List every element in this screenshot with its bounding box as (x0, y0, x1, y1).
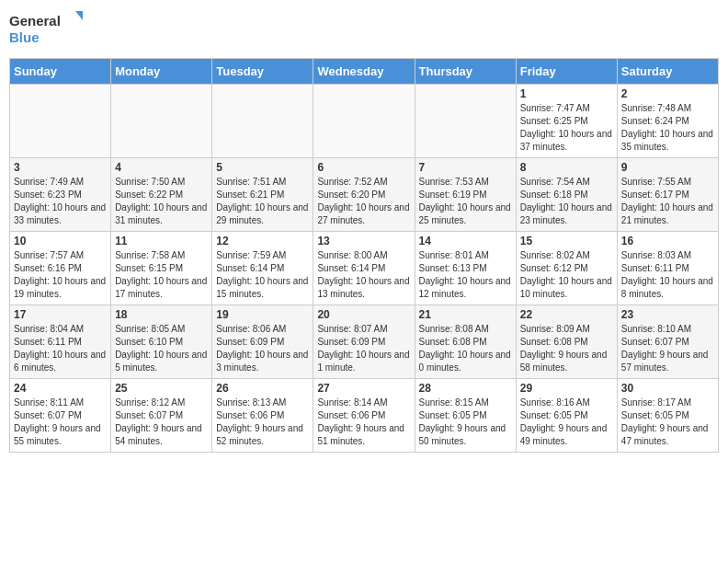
day-number: 20 (317, 308, 410, 321)
day-info: Sunrise: 8:08 AM Sunset: 6:08 PM Dayligh… (419, 323, 512, 374)
day-info: Sunrise: 8:03 AM Sunset: 6:11 PM Dayligh… (621, 249, 714, 301)
day-info: Sunrise: 8:16 AM Sunset: 6:05 PM Dayligh… (520, 396, 613, 448)
calendar-day-cell: 4Sunrise: 7:50 AM Sunset: 6:22 PM Daylig… (111, 158, 212, 232)
calendar-day-cell: 15Sunrise: 8:02 AM Sunset: 6:12 PM Dayli… (516, 232, 617, 305)
day-info: Sunrise: 8:07 AM Sunset: 6:09 PM Dayligh… (317, 323, 410, 374)
day-number: 6 (317, 161, 410, 174)
day-number: 18 (115, 308, 208, 321)
day-info: Sunrise: 7:48 AM Sunset: 6:24 PM Dayligh… (621, 102, 714, 154)
calendar-week-row: 3Sunrise: 7:49 AM Sunset: 6:23 PM Daylig… (10, 158, 719, 232)
day-number: 16 (621, 235, 714, 247)
day-number: 12 (216, 235, 309, 247)
day-number: 3 (14, 161, 107, 174)
calendar-day-cell: 6Sunrise: 7:52 AM Sunset: 6:20 PM Daylig… (313, 158, 415, 232)
calendar-day-cell (10, 85, 111, 158)
day-number: 19 (216, 308, 309, 321)
calendar-day-cell: 25Sunrise: 8:12 AM Sunset: 6:07 PM Dayli… (111, 379, 212, 453)
calendar-day-cell: 14Sunrise: 8:01 AM Sunset: 6:13 PM Dayli… (415, 232, 516, 305)
day-info: Sunrise: 8:10 AM Sunset: 6:07 PM Dayligh… (621, 323, 714, 374)
day-number: 22 (520, 308, 613, 321)
day-number: 9 (621, 161, 714, 174)
day-number: 26 (216, 382, 309, 395)
calendar-day-cell: 23Sunrise: 8:10 AM Sunset: 6:07 PM Dayli… (617, 305, 718, 379)
day-number: 21 (419, 308, 512, 321)
calendar-week-row: 17Sunrise: 8:04 AM Sunset: 6:11 PM Dayli… (10, 305, 719, 379)
weekday-header: Wednesday (313, 59, 415, 85)
day-info: Sunrise: 8:13 AM Sunset: 6:06 PM Dayligh… (216, 396, 309, 448)
svg-text:General: General (9, 13, 61, 29)
day-info: Sunrise: 7:52 AM Sunset: 6:20 PM Dayligh… (317, 176, 410, 227)
day-number: 30 (621, 382, 714, 395)
calendar-day-cell: 5Sunrise: 7:51 AM Sunset: 6:21 PM Daylig… (212, 158, 313, 232)
weekday-header-row: SundayMondayTuesdayWednesdayThursdayFrid… (10, 59, 719, 85)
calendar-day-cell: 30Sunrise: 8:17 AM Sunset: 6:05 PM Dayli… (617, 379, 718, 453)
calendar-day-cell: 2Sunrise: 7:48 AM Sunset: 6:24 PM Daylig… (617, 85, 718, 158)
calendar-day-cell: 1Sunrise: 7:47 AM Sunset: 6:25 PM Daylig… (516, 85, 617, 158)
calendar-week-row: 1Sunrise: 7:47 AM Sunset: 6:25 PM Daylig… (10, 85, 719, 158)
logo: General Blue (9, 9, 92, 51)
calendar-day-cell: 8Sunrise: 7:54 AM Sunset: 6:18 PM Daylig… (516, 158, 617, 232)
calendar-week-row: 10Sunrise: 7:57 AM Sunset: 6:16 PM Dayli… (10, 232, 719, 305)
day-info: Sunrise: 7:58 AM Sunset: 6:15 PM Dayligh… (115, 249, 208, 301)
day-info: Sunrise: 8:05 AM Sunset: 6:10 PM Dayligh… (115, 323, 208, 374)
calendar-day-cell: 27Sunrise: 8:14 AM Sunset: 6:06 PM Dayli… (313, 379, 415, 453)
day-number: 1 (520, 87, 613, 100)
day-number: 13 (317, 235, 410, 247)
weekday-header: Friday (516, 59, 617, 85)
calendar-day-cell: 3Sunrise: 7:49 AM Sunset: 6:23 PM Daylig… (10, 158, 111, 232)
calendar-day-cell: 11Sunrise: 7:58 AM Sunset: 6:15 PM Dayli… (111, 232, 212, 305)
calendar-day-cell: 17Sunrise: 8:04 AM Sunset: 6:11 PM Dayli… (10, 305, 111, 379)
day-info: Sunrise: 7:53 AM Sunset: 6:19 PM Dayligh… (419, 176, 512, 227)
calendar-day-cell (415, 85, 516, 158)
svg-marker-1 (75, 11, 83, 20)
day-info: Sunrise: 7:51 AM Sunset: 6:21 PM Dayligh… (216, 176, 309, 227)
weekday-header: Saturday (617, 59, 718, 85)
calendar-day-cell: 19Sunrise: 8:06 AM Sunset: 6:09 PM Dayli… (212, 305, 313, 379)
calendar-day-cell (313, 85, 415, 158)
weekday-header: Tuesday (212, 59, 313, 85)
day-info: Sunrise: 8:15 AM Sunset: 6:05 PM Dayligh… (419, 396, 512, 448)
calendar-day-cell: 16Sunrise: 8:03 AM Sunset: 6:11 PM Dayli… (617, 232, 718, 305)
calendar-day-cell: 22Sunrise: 8:09 AM Sunset: 6:08 PM Dayli… (516, 305, 617, 379)
calendar-day-cell: 26Sunrise: 8:13 AM Sunset: 6:06 PM Dayli… (212, 379, 313, 453)
day-number: 10 (14, 235, 107, 247)
calendar-day-cell (212, 85, 313, 158)
page-header: General Blue (9, 9, 719, 51)
day-info: Sunrise: 7:59 AM Sunset: 6:14 PM Dayligh… (216, 249, 309, 301)
day-info: Sunrise: 7:49 AM Sunset: 6:23 PM Dayligh… (14, 176, 107, 227)
day-number: 24 (14, 382, 107, 395)
calendar-day-cell: 24Sunrise: 8:11 AM Sunset: 6:07 PM Dayli… (10, 379, 111, 453)
calendar-day-cell: 12Sunrise: 7:59 AM Sunset: 6:14 PM Dayli… (212, 232, 313, 305)
day-info: Sunrise: 7:50 AM Sunset: 6:22 PM Dayligh… (115, 176, 208, 227)
weekday-header: Thursday (415, 59, 516, 85)
day-number: 28 (419, 382, 512, 395)
calendar-day-cell: 9Sunrise: 7:55 AM Sunset: 6:17 PM Daylig… (617, 158, 718, 232)
day-number: 5 (216, 161, 309, 174)
day-info: Sunrise: 8:01 AM Sunset: 6:13 PM Dayligh… (419, 249, 512, 301)
calendar-day-cell (111, 85, 212, 158)
day-number: 25 (115, 382, 208, 395)
day-info: Sunrise: 8:14 AM Sunset: 6:06 PM Dayligh… (317, 396, 410, 448)
calendar-day-cell: 28Sunrise: 8:15 AM Sunset: 6:05 PM Dayli… (415, 379, 516, 453)
day-number: 27 (317, 382, 410, 395)
day-info: Sunrise: 8:04 AM Sunset: 6:11 PM Dayligh… (14, 323, 107, 374)
day-number: 8 (520, 161, 613, 174)
day-info: Sunrise: 8:00 AM Sunset: 6:14 PM Dayligh… (317, 249, 410, 301)
day-number: 2 (621, 87, 714, 100)
day-info: Sunrise: 8:12 AM Sunset: 6:07 PM Dayligh… (115, 396, 208, 448)
day-info: Sunrise: 7:55 AM Sunset: 6:17 PM Dayligh… (621, 176, 714, 227)
calendar-week-row: 24Sunrise: 8:11 AM Sunset: 6:07 PM Dayli… (10, 379, 719, 453)
calendar-day-cell: 20Sunrise: 8:07 AM Sunset: 6:09 PM Dayli… (313, 305, 415, 379)
calendar-day-cell: 29Sunrise: 8:16 AM Sunset: 6:05 PM Dayli… (516, 379, 617, 453)
day-number: 29 (520, 382, 613, 395)
svg-text:Blue: Blue (9, 29, 40, 45)
weekday-header: Monday (111, 59, 212, 85)
day-number: 17 (14, 308, 107, 321)
calendar-day-cell: 21Sunrise: 8:08 AM Sunset: 6:08 PM Dayli… (415, 305, 516, 379)
day-number: 11 (115, 235, 208, 247)
day-number: 23 (621, 308, 714, 321)
day-number: 7 (419, 161, 512, 174)
day-info: Sunrise: 8:02 AM Sunset: 6:12 PM Dayligh… (520, 249, 613, 301)
day-info: Sunrise: 8:09 AM Sunset: 6:08 PM Dayligh… (520, 323, 613, 374)
day-info: Sunrise: 7:57 AM Sunset: 6:16 PM Dayligh… (14, 249, 107, 301)
